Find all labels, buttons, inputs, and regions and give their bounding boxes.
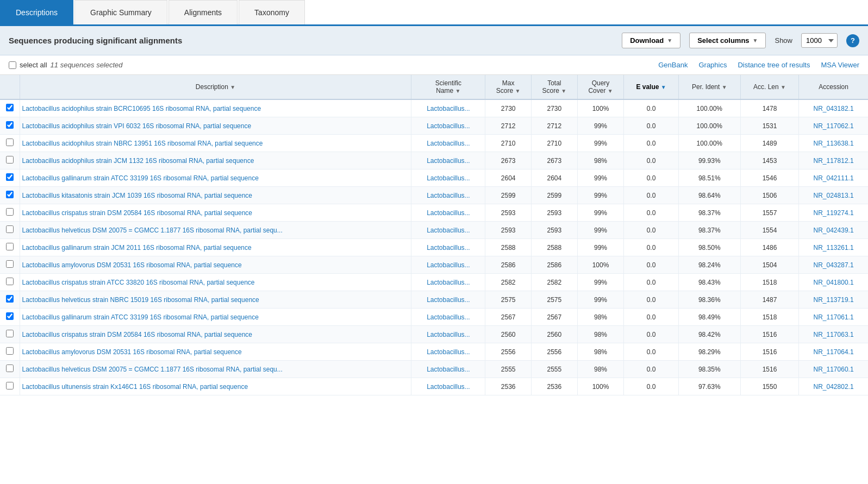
col-header-per-ident[interactable]: Per. Ident ▼ — [678, 75, 740, 99]
accession-link[interactable]: NR_117062.1 — [814, 122, 854, 130]
row-checkbox[interactable] — [6, 364, 14, 372]
accession-link[interactable]: NR_117061.1 — [814, 313, 854, 321]
select-all-checkbox[interactable] — [9, 61, 16, 69]
scientific-name-link[interactable]: Lactobacillus... — [427, 209, 470, 217]
accession-link[interactable]: NR_117063.1 — [814, 331, 854, 338]
description-link[interactable]: Lactobacillus acidophilus strain BCRC106… — [22, 105, 261, 112]
row-accession-cell: NR_117060.1 — [799, 361, 868, 378]
accession-link[interactable]: NR_024813.1 — [814, 192, 854, 199]
row-checkbox[interactable] — [6, 139, 14, 146]
row-checkbox-cell — [0, 187, 20, 204]
accession-link[interactable]: NR_119274.1 — [814, 209, 854, 217]
scientific-name-link[interactable]: Lactobacillus... — [427, 296, 470, 304]
accession-link[interactable]: NR_042802.1 — [814, 383, 854, 391]
description-link[interactable]: Lactobacillus acidophilus strain VPI 603… — [22, 122, 252, 130]
tab-descriptions[interactable]: Descriptions — [0, 0, 73, 24]
max-score-sort-icon: ▼ — [515, 88, 521, 94]
row-checkbox[interactable] — [6, 173, 14, 181]
table-row: Lactobacillus crispatus strain DSM 20584… — [0, 204, 868, 222]
description-link[interactable]: Lactobacillus amylovorus DSM 20531 16S r… — [22, 261, 242, 269]
row-total-score-cell: 2673 — [532, 152, 578, 169]
description-link[interactable]: Lactobacillus acidophilus strain JCM 113… — [22, 157, 254, 165]
row-checkbox[interactable] — [6, 260, 14, 268]
row-checkbox[interactable] — [6, 347, 14, 355]
scientific-name-link[interactable]: Lactobacillus... — [427, 313, 470, 321]
scientific-name-link[interactable]: Lactobacillus... — [427, 331, 470, 338]
row-checkbox[interactable] — [6, 208, 14, 216]
scientific-name-link[interactable]: Lactobacillus... — [427, 122, 470, 130]
scientific-name-link[interactable]: Lactobacillus... — [427, 157, 470, 165]
scientific-name-sort-icon: ▼ — [455, 88, 461, 94]
distance-tree-link[interactable]: Distance tree of results — [738, 61, 810, 69]
row-checkbox[interactable] — [6, 156, 14, 164]
col-header-description[interactable]: Description ▼ — [20, 75, 411, 99]
row-e-value-cell: 0.0 — [624, 239, 678, 256]
scientific-name-link[interactable]: Lactobacillus... — [427, 174, 470, 182]
description-link[interactable]: Lactobacillus gallinarum strain ATCC 331… — [22, 313, 259, 321]
scientific-name-link[interactable]: Lactobacillus... — [427, 140, 470, 147]
description-link[interactable]: Lactobacillus crispatus strain DSM 20584… — [22, 209, 253, 217]
accession-link[interactable]: NR_117812.1 — [814, 157, 854, 165]
scientific-name-link[interactable]: Lactobacillus... — [427, 348, 470, 356]
row-acc-len-cell: 1453 — [740, 152, 798, 169]
show-select[interactable]: 10 50 100 500 1000 — [801, 33, 838, 48]
col-header-e-value[interactable]: E value ▼ — [624, 75, 678, 99]
description-link[interactable]: Lactobacillus helveticus DSM 20075 = CGM… — [22, 366, 283, 373]
download-button[interactable]: Download ▼ — [622, 33, 680, 48]
tab-graphic-summary[interactable]: Graphic Summary — [74, 0, 167, 24]
col-header-scientific-name[interactable]: ScientificName ▼ — [411, 75, 485, 99]
accession-link[interactable]: NR_041800.1 — [814, 279, 854, 286]
scientific-name-link[interactable]: Lactobacillus... — [427, 383, 470, 391]
description-link[interactable]: Lactobacillus gallinarum strain ATCC 331… — [22, 174, 259, 182]
accession-link[interactable]: NR_117064.1 — [814, 348, 854, 356]
query-cover-sort-icon: ▼ — [608, 88, 613, 94]
row-checkbox[interactable] — [6, 191, 14, 198]
row-checkbox[interactable] — [6, 312, 14, 320]
row-checkbox[interactable] — [6, 225, 14, 233]
col-header-acc-len[interactable]: Acc. Len ▼ — [740, 75, 798, 99]
genbank-link[interactable]: GenBank — [658, 61, 688, 69]
description-link[interactable]: Lactobacillus helveticus DSM 20075 = CGM… — [22, 227, 283, 234]
accession-link[interactable]: NR_043287.1 — [814, 261, 854, 269]
row-checkbox[interactable] — [6, 278, 14, 285]
description-link[interactable]: Lactobacillus crispatus strain DSM 20584… — [22, 331, 253, 338]
scientific-name-link[interactable]: Lactobacillus... — [427, 261, 470, 269]
scientific-name-link[interactable]: Lactobacillus... — [427, 366, 470, 373]
accession-link[interactable]: NR_042111.1 — [814, 174, 854, 182]
msa-viewer-link[interactable]: MSA Viewer — [821, 61, 859, 69]
row-checkbox[interactable] — [6, 121, 14, 129]
description-link[interactable]: Lactobacillus helveticus strain NBRC 150… — [22, 296, 259, 304]
col-header-max-score[interactable]: MaxScore ▼ — [485, 75, 532, 99]
col-header-query-cover[interactable]: QueryCover ▼ — [577, 75, 624, 99]
select-all-label[interactable]: select all — [20, 61, 47, 69]
graphics-link[interactable]: Graphics — [698, 61, 727, 69]
scientific-name-link[interactable]: Lactobacillus... — [427, 227, 470, 234]
tab-taxonomy[interactable]: Taxonomy — [239, 0, 305, 24]
description-link[interactable]: Lactobacillus acidophilus strain NBRC 13… — [22, 140, 263, 147]
accession-link[interactable]: NR_043182.1 — [814, 105, 854, 112]
row-checkbox[interactable] — [6, 295, 14, 303]
row-query-cover-cell: 98% — [577, 309, 624, 326]
description-link[interactable]: Lactobacillus crispatus strain ATCC 3382… — [22, 279, 255, 286]
accession-link[interactable]: NR_113719.1 — [814, 296, 854, 304]
tab-alignments[interactable]: Alignments — [168, 0, 238, 24]
row-checkbox[interactable] — [6, 330, 14, 337]
description-link[interactable]: Lactobacillus kitasatonis strain JCM 103… — [22, 192, 253, 199]
description-link[interactable]: Lactobacillus ultunensis strain Kx146C1 … — [22, 383, 248, 391]
row-checkbox[interactable] — [6, 243, 14, 250]
scientific-name-link[interactable]: Lactobacillus... — [427, 244, 470, 252]
select-columns-button[interactable]: Select columns ▼ — [689, 33, 766, 48]
description-link[interactable]: Lactobacillus gallinarum strain JCM 2011… — [22, 244, 252, 252]
help-button[interactable]: ? — [846, 34, 859, 47]
scientific-name-link[interactable]: Lactobacillus... — [427, 279, 470, 286]
accession-link[interactable]: NR_113638.1 — [814, 140, 854, 147]
scientific-name-link[interactable]: Lactobacillus... — [427, 192, 470, 199]
accession-link[interactable]: NR_113261.1 — [814, 244, 854, 252]
description-link[interactable]: Lactobacillus amylovorus DSM 20531 16S r… — [22, 348, 242, 356]
scientific-name-link[interactable]: Lactobacillus... — [427, 105, 470, 112]
row-checkbox[interactable] — [6, 382, 14, 389]
row-checkbox[interactable] — [6, 104, 14, 111]
col-header-total-score[interactable]: TotalScore ▼ — [532, 75, 578, 99]
accession-link[interactable]: NR_117060.1 — [814, 366, 854, 373]
accession-link[interactable]: NR_042439.1 — [814, 227, 854, 234]
